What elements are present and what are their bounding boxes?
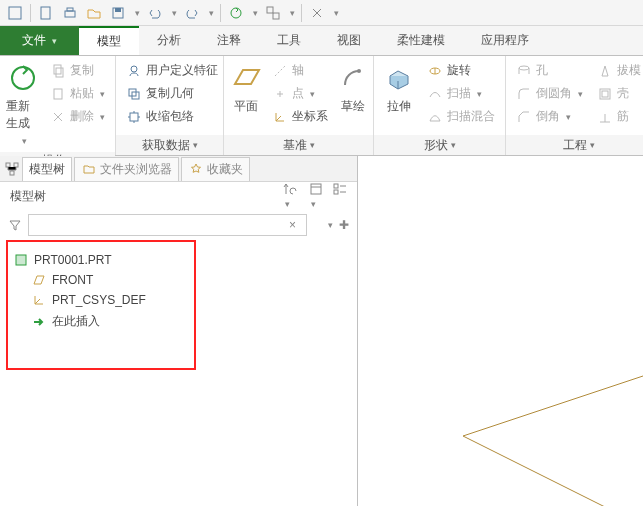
shrinkwrap-icon [126,109,142,125]
paste-button[interactable]: 粘贴▾ [46,83,109,104]
axis-button[interactable]: 轴 [268,60,332,81]
label: 筋 [617,108,629,125]
draft-button[interactable]: 拔模 [593,60,643,81]
quick-access-toolbar: ▾ ▾ ▾ ▾ ▾ ▾ [0,0,643,26]
chevron-down-icon[interactable]: ▾ [334,8,339,18]
label: 工程 [563,137,587,154]
svg-point-9 [12,67,34,89]
tab-analysis[interactable]: 分析 [139,26,199,55]
udf-button[interactable]: 用户定义特征 [122,60,222,81]
plane-icon [230,62,262,94]
copy-geom-button[interactable]: 复制几何 [122,83,222,104]
shrinkwrap-button[interactable]: 收缩包络 [122,106,222,127]
chevron-down-icon: ▾ [100,89,105,99]
chevron-down-icon: ▾ [590,140,595,150]
label: 倒角 [536,108,560,125]
svg-rect-10 [54,65,61,74]
group-footer-datum[interactable]: 基准▾ [224,135,373,155]
tab-model[interactable]: 模型 [79,26,139,55]
round-button[interactable]: 倒圆角▾ [512,83,587,104]
separator [301,4,302,22]
svg-rect-25 [311,184,321,194]
tab-file[interactable]: 文件▾ [0,26,79,55]
svg-rect-24 [10,171,14,175]
shell-button[interactable]: 壳 [593,83,643,104]
sweep-icon [427,86,443,102]
group-footer-eng[interactable]: 工程▾ [506,135,643,155]
redo-icon[interactable] [183,4,201,22]
label: 孔 [536,62,548,79]
chevron-down-icon[interactable]: ▾ [209,8,214,18]
folder-icon [81,161,97,177]
regenerate-button[interactable]: 重新生成 ▾ [4,58,42,150]
extrude-button[interactable]: 拉伸 [378,58,419,119]
regen-icon[interactable] [227,4,245,22]
label: 轴 [292,62,304,79]
axis-icon [272,63,288,79]
copy-button[interactable]: 复制 [46,60,109,81]
chevron-down-icon[interactable]: ▾ [328,220,333,230]
delete-button[interactable]: 删除▾ [46,106,109,127]
undo-icon[interactable] [146,4,164,22]
sketch-button[interactable]: 草绘 [336,58,370,119]
tree-structure-icon[interactable] [4,161,20,177]
label: 模型树 [29,161,65,178]
label: 获取数据 [142,137,190,154]
sweep-blend-button[interactable]: 扫描混合 [423,106,499,127]
tab-annotate[interactable]: 注释 [199,26,259,55]
svg-rect-11 [56,68,63,77]
view-icon[interactable] [333,182,347,210]
app-menu-icon[interactable] [6,4,24,22]
svg-rect-26 [334,184,338,188]
csys-button[interactable]: 坐标系 [268,106,332,127]
panel-tab-fav[interactable]: 收藏夹 [181,157,250,181]
paste-icon [50,86,66,102]
print-icon[interactable] [61,4,79,22]
group-footer-getdata[interactable]: 获取数据▾ [116,135,223,155]
tab-view[interactable]: 视图 [319,26,379,55]
filter-input[interactable] [28,214,307,236]
tree-panel: 模型树 文件夹浏览器 收藏夹 模型树 ▾ ▾ × ▾ ✚ PRT0001.PRT [0,156,358,506]
viewport[interactable]: Y [358,156,643,506]
revolve-button[interactable]: 旋转 [423,60,499,81]
close-icon[interactable] [308,4,326,22]
windows-icon[interactable] [264,4,282,22]
tab-flex[interactable]: 柔性建模 [379,26,463,55]
tab-tools[interactable]: 工具 [259,26,319,55]
svg-rect-7 [267,7,273,13]
svg-rect-21 [602,91,608,97]
label: 收缩包络 [146,108,194,125]
rib-icon [597,109,613,125]
panel-tab-folder[interactable]: 文件夹浏览器 [74,157,179,181]
open-icon[interactable] [85,4,103,22]
add-filter-icon[interactable]: ✚ [339,218,349,232]
main-area: 模型树 文件夹浏览器 收藏夹 模型树 ▾ ▾ × ▾ ✚ PRT0001.PRT [0,156,643,506]
plane-button[interactable]: 平面 [228,58,264,119]
rib-button[interactable]: 筋 [593,106,643,127]
sketch-icon [337,62,369,94]
chevron-down-icon[interactable]: ▾ [290,8,295,18]
new-icon[interactable] [37,4,55,22]
panel-tab-tree[interactable]: 模型树 [22,157,72,181]
save-icon[interactable] [109,4,127,22]
tools-icon[interactable]: ▾ [283,182,299,210]
chevron-down-icon: ▾ [477,89,482,99]
hole-icon [516,63,532,79]
chamfer-button[interactable]: 倒角▾ [512,106,587,127]
chevron-down-icon[interactable]: ▾ [135,8,140,18]
sweep-blend-icon [427,109,443,125]
label: 草绘 [341,98,365,115]
chevron-down-icon[interactable]: ▾ [253,8,258,18]
sweep-button[interactable]: 扫描▾ [423,83,499,104]
tab-app[interactable]: 应用程序 [463,26,547,55]
group-footer-shape[interactable]: 形状▾ [374,135,505,155]
label: 倒圆角 [536,85,572,102]
hole-button[interactable]: 孔 [512,60,587,81]
filter-icon[interactable] [8,218,22,232]
point-button[interactable]: 点▾ [268,83,332,104]
clear-filter-icon[interactable]: × [289,218,296,232]
settings-icon[interactable]: ▾ [309,182,323,210]
chevron-down-icon[interactable]: ▾ [172,8,177,18]
chevron-down-icon: ▾ [22,136,27,146]
chevron-down-icon: ▾ [52,36,57,46]
